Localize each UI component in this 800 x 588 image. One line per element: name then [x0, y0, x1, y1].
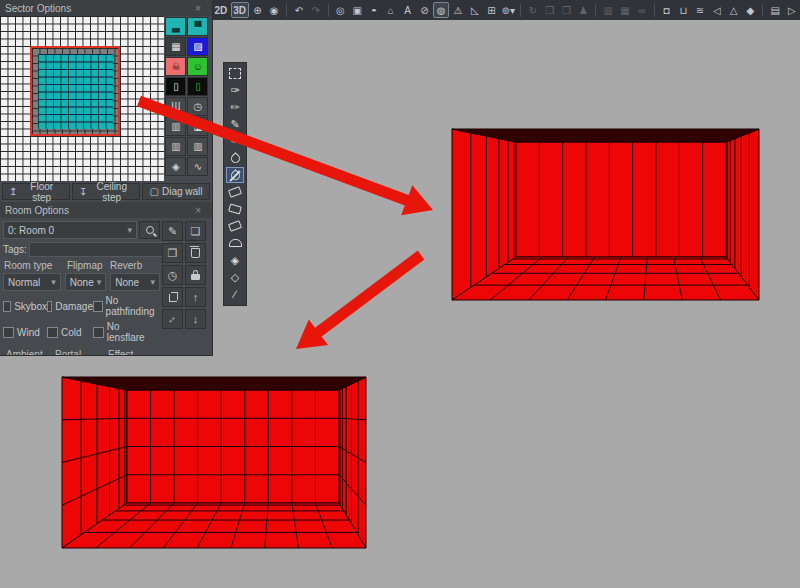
signal-icon[interactable]: ≋ — [692, 2, 708, 18]
sector-fence-a-button[interactable]: ▥ — [165, 137, 186, 156]
briefcase-icon[interactable]: ▤ — [767, 2, 783, 18]
globe-icon[interactable]: ⊕ — [250, 2, 266, 18]
hidden-tool[interactable]: ✒ — [226, 133, 244, 149]
sector-grid[interactable] — [0, 16, 164, 181]
marquee-icon — [229, 68, 241, 79]
toolbox-icon[interactable]: ⊔ — [675, 2, 691, 18]
reverb-dropdown[interactable]: None ▾ — [110, 273, 160, 291]
warning-icon[interactable]: ⚠ — [450, 2, 466, 18]
sound-icon[interactable]: ◁ — [709, 2, 725, 18]
damage-checkbox[interactable]: Damage — [47, 301, 93, 312]
sector-beetle-button[interactable]: ◈ — [165, 157, 186, 176]
close-icon[interactable]: × — [189, 2, 207, 15]
floor-step-icon: ↥ — [9, 186, 17, 197]
sector-selection[interactable] — [30, 46, 120, 136]
detail-brush-tool[interactable]: ✏ — [226, 99, 244, 115]
undo-icon[interactable]: ↶ — [291, 2, 307, 18]
gem-outline-tool[interactable]: ◇ — [226, 269, 244, 285]
edit-room-button[interactable]: ✎ — [162, 221, 183, 241]
shield-icon[interactable]: ◆ — [743, 2, 759, 18]
search-room-button[interactable] — [139, 221, 160, 239]
sector-death-button[interactable]: ☠ — [165, 57, 186, 76]
flipmap-dropdown[interactable]: None ▾ — [65, 273, 106, 291]
no-lensflare-checkbox[interactable]: No lensflare — [93, 321, 160, 343]
room-3d-view-top-right[interactable] — [452, 129, 759, 300]
new-room-button[interactable]: ❏ — [185, 221, 206, 241]
duplicate-room-button[interactable]: ❐ — [162, 243, 183, 263]
view-2d-button[interactable]: 2D — [212, 2, 230, 18]
sector-climb-button[interactable]: Ш — [165, 97, 186, 116]
room-select-dropdown[interactable]: 0: Room 0 ▾ — [3, 221, 137, 239]
wind-checkbox[interactable]: Wind — [3, 327, 47, 338]
sector-ceiling-button[interactable]: ▀ — [187, 17, 208, 36]
lighting-icon[interactable]: ◉ — [266, 2, 282, 18]
sector-slide-button[interactable]: ∿ — [187, 157, 208, 176]
sector-trigger-button[interactable]: ▯ — [187, 77, 208, 96]
no-pathfinding-checkbox[interactable]: No pathfinding — [93, 295, 160, 317]
sector-selection-floor[interactable] — [38, 54, 113, 129]
chevron-down-icon: ▾ — [51, 277, 56, 287]
ceiling-step-icon: ↧ — [79, 186, 87, 197]
brush-tool[interactable]: ✑ — [226, 82, 244, 98]
sector-floor-button[interactable]: ▃ — [165, 17, 186, 36]
sector-not-walkable-button[interactable]: ▨ — [187, 37, 208, 56]
view-3d-button[interactable]: 3D — [231, 2, 249, 18]
text-tool-icon[interactable]: A — [400, 2, 416, 18]
floor-step-button[interactable]: ↥ Floor step — [2, 183, 70, 200]
history-button[interactable]: ◷ — [162, 265, 183, 285]
no-collision-icon[interactable]: ⊘ — [417, 2, 433, 18]
drop-slash-tool[interactable] — [226, 167, 244, 183]
select-tool[interactable] — [226, 65, 244, 81]
spheres-menu-icon[interactable]: ⊚▾ — [500, 2, 516, 18]
item-view-icon[interactable]: ▣ — [349, 2, 365, 18]
flipmap-value: None — [70, 277, 94, 288]
screenshot-icon[interactable]: ◘ — [659, 2, 675, 18]
play-icon[interactable]: ▷ — [784, 2, 800, 18]
diag-wall-button[interactable]: ▢ Diag wall — [142, 183, 210, 200]
delete-room-button[interactable] — [185, 243, 206, 263]
lock-room-button[interactable] — [185, 265, 206, 285]
gem-tool[interactable]: ◈ — [226, 252, 244, 268]
eraser-b-tool[interactable] — [226, 201, 244, 217]
sector-ramp-button[interactable]: ◪ — [187, 117, 208, 136]
sector-monkeyswing-button[interactable]: ☺ — [187, 57, 208, 76]
wire-sphere-icon[interactable]: ◍ — [433, 2, 449, 18]
wind-label: Wind — [17, 327, 40, 338]
skybox-checkbox[interactable]: Skybox — [3, 301, 47, 312]
close-icon[interactable]: × — [189, 204, 207, 217]
tags-input[interactable] — [29, 242, 169, 257]
texture-sphere-icon[interactable]: ◓ — [366, 2, 382, 18]
knife-tool[interactable]: ∕ — [226, 286, 244, 302]
roof-icon[interactable]: ⌂ — [383, 2, 399, 18]
damage-label: Damage — [55, 301, 93, 312]
diag-wall-label: Diag wall — [162, 186, 203, 197]
room-type-dropdown[interactable]: Normal ▾ — [3, 273, 61, 291]
droplet-icon — [229, 152, 242, 165]
sector-time-button[interactable]: ◷ — [187, 97, 208, 116]
ceiling-step-button[interactable]: ↧ Ceiling step — [72, 183, 140, 200]
room-3d-view-bottom[interactable] — [62, 377, 366, 548]
sector-wall-verticals-button[interactable]: ▥ — [165, 117, 186, 136]
no-pathfinding-label: No pathfinding — [106, 295, 160, 317]
cold-checkbox[interactable]: Cold — [47, 327, 93, 338]
search-icon — [146, 226, 154, 234]
sector-portal-button[interactable]: ▯ — [165, 77, 186, 96]
pipes-icon: ▥ — [600, 2, 616, 18]
sector-options-body: ▃ ▀ ▦ ▨ ☠ ☺ ▯ ▯ Ш ◷ ▥ ◪ ▥ ▥ ◈ ∿ — [0, 16, 212, 181]
cubes-icon[interactable]: ⊞ — [484, 2, 500, 18]
resize-room-button[interactable]: ↕ — [162, 309, 183, 329]
drop-tool[interactable] — [226, 150, 244, 166]
sector-box-button[interactable]: ▦ — [165, 37, 186, 56]
eraser-c-tool[interactable] — [226, 218, 244, 234]
ceiling-step-label: Ceiling step — [90, 181, 133, 203]
center-view-icon[interactable]: ◎ — [333, 2, 349, 18]
move-down-button[interactable]: ↓ — [185, 309, 206, 329]
move-up-button[interactable]: ↑ — [185, 287, 206, 307]
dome-tool[interactable] — [226, 235, 244, 251]
sector-fence-b-button[interactable]: ▥ — [187, 137, 208, 156]
eraser-tool[interactable] — [226, 184, 244, 200]
measure-icon[interactable]: ◺ — [467, 2, 483, 18]
crop-room-button[interactable] — [162, 287, 183, 307]
pencil-tool[interactable]: ✎ — [226, 116, 244, 132]
prism-icon[interactable]: △ — [726, 2, 742, 18]
